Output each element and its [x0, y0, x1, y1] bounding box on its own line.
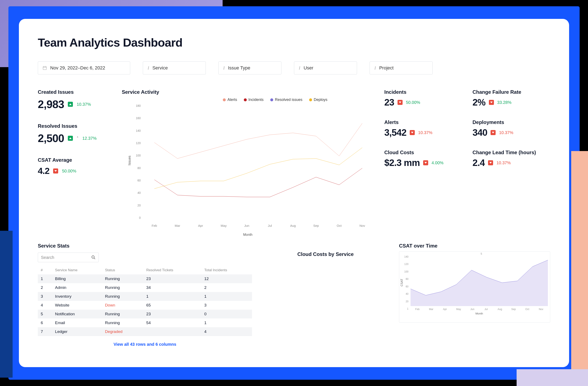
text-cursor-icon: I — [299, 66, 300, 71]
cell-name: Inventory — [52, 292, 102, 301]
text-cursor-icon: I — [375, 66, 376, 71]
kpi-label: Change Lead Time (hours) — [472, 150, 550, 155]
kpi-value: 2% — [472, 97, 485, 108]
col-n[interactable]: # — [38, 266, 52, 274]
svg-line-5 — [94, 258, 95, 259]
kpi-resolved-issues: Resolved Issues 2,500 ˄ 12.37% — [38, 123, 111, 145]
kpi-label: CSAT Average — [38, 157, 111, 163]
search-input[interactable]: Search — [38, 252, 99, 262]
cell-incidents: 3 — [201, 301, 252, 310]
cell-n: 2 — [38, 283, 52, 292]
filter-issue-type[interactable]: I Issue Type — [218, 61, 281, 75]
cell-name: Website — [52, 301, 102, 310]
cell-tickets: 23 — [144, 274, 201, 283]
cell-incidents: 0 — [201, 310, 252, 318]
table-row[interactable]: 1BillingRunning2312 — [38, 274, 252, 283]
kpi-column-left: Created Issues 2,983 10.37% Resolved Iss… — [38, 89, 111, 237]
kpi-csat-avg: CSAT Average 4.2 50.00% — [38, 157, 111, 176]
legend-label: Alerts — [228, 97, 237, 102]
view-all-link[interactable]: View all 43 rows and 6 columns — [38, 342, 252, 347]
calendar-icon — [43, 66, 47, 70]
cell-n: 3 — [38, 292, 52, 301]
table-row[interactable]: 6EmailRunning541 — [38, 318, 252, 327]
table-row[interactable]: 7LedgerDegraded4 — [38, 327, 252, 336]
kpi-value: 23 — [384, 97, 394, 108]
chart-yticks: 020406080100120140160180 — [130, 104, 141, 219]
col-tickets[interactable]: Resolved Tickets — [144, 266, 201, 274]
chart-area — [411, 256, 548, 306]
kpi-delta: 10.37% — [496, 160, 511, 165]
table-row[interactable]: 2AdminRunning342 — [38, 283, 252, 292]
kpi-value: $2.3 mm — [384, 157, 420, 168]
filter-project-label: Project — [379, 65, 394, 71]
kpi-value: 2,500 — [38, 132, 64, 145]
cell-status: Running — [102, 318, 144, 327]
filter-service[interactable]: I Service — [143, 61, 206, 75]
table-row[interactable]: 4WebsiteDown653 — [38, 301, 252, 310]
search-icon — [91, 255, 96, 259]
kpi-delta: 10.37% — [499, 130, 513, 135]
service-stats-table: # Service Name Status Resolved Tickets T… — [38, 266, 252, 336]
kpi-column-right: Change Failure Rate 2% 33.28% Deployment… — [472, 89, 550, 237]
kpi-delta: 10.37% — [77, 102, 91, 107]
kpi-delta: 4.00% — [432, 160, 443, 165]
cell-incidents: 2 — [201, 283, 252, 292]
cell-status: Down — [102, 301, 144, 310]
kpi-label: Created Issues — [38, 89, 111, 95]
search-placeholder: Search — [41, 255, 54, 260]
kpi-value: 2.4 — [472, 157, 485, 168]
legend-label: Resolved issues — [275, 97, 302, 102]
kpi-label: Resolved Issues — [38, 123, 111, 129]
legend-dot-incidents-icon — [244, 98, 247, 101]
col-incidents[interactable]: Total Incidents — [201, 266, 252, 274]
trend-down-icon — [423, 160, 428, 165]
panel-csat-over-time: CSAT over Time 5 CSAT 120406080100120140… — [399, 243, 550, 347]
cell-n: 1 — [38, 274, 52, 283]
legend-label: Deploys — [314, 97, 327, 102]
trend-down-icon — [53, 169, 58, 174]
cell-status: Running — [102, 274, 144, 283]
section-title: CSAT over Time — [399, 243, 550, 249]
cell-n: 6 — [38, 318, 52, 327]
filter-project[interactable]: I Project — [370, 61, 433, 75]
kpi-delta: 33.28% — [497, 100, 512, 105]
cell-name: Billing — [52, 274, 102, 283]
chart-xticks: FebMarAprMayJunJulAugSepOctNov — [143, 224, 374, 227]
cell-name: Ledger — [52, 327, 102, 336]
table-row[interactable]: 5NotificationRunning230 — [38, 310, 252, 318]
cell-tickets: 34 — [144, 283, 201, 292]
kpi-value: 4.2 — [38, 166, 49, 176]
cell-status: Running — [102, 310, 144, 318]
legend-dot-alerts-icon — [223, 98, 226, 101]
kpi-delta: 50.00% — [406, 100, 420, 105]
cell-tickets: 54 — [144, 318, 201, 327]
section-title: Cloud Costs by Service — [262, 251, 388, 257]
dashboard-card: Team Analytics Dashboard Nov 29, 2022–De… — [19, 19, 569, 367]
trend-down-icon — [488, 160, 493, 165]
kpi-label: Change Failure Rate — [472, 89, 550, 95]
cell-name: Admin — [52, 283, 102, 292]
cell-n: 7 — [38, 327, 52, 336]
filter-user[interactable]: I User — [294, 61, 357, 75]
kpi-value: 3,542 — [384, 127, 406, 138]
legend-dot-resolved-icon — [270, 98, 273, 101]
trend-down-icon — [398, 100, 402, 105]
trend-down-icon — [410, 130, 415, 135]
panel-cloud-costs: Cloud Costs by Service — [262, 243, 388, 347]
col-name[interactable]: Service Name — [52, 266, 102, 274]
kpi-label: Alerts — [384, 119, 462, 125]
cell-name: Notification — [52, 310, 102, 318]
cell-incidents: 12 — [201, 274, 252, 283]
legend-dot-deploys-icon — [309, 98, 312, 101]
filter-date[interactable]: Nov 29, 2022–Dec 6, 2022 — [38, 61, 130, 75]
chevron-up-icon: ˄ — [77, 136, 79, 141]
kpi-clt: Change Lead Time (hours) 2.4 10.37% — [472, 150, 550, 168]
chart-legend: Alerts Incidents Resolved issues Deploys — [176, 97, 374, 102]
trend-up-icon — [68, 136, 73, 141]
bg-decor-peach — [571, 151, 588, 380]
kpi-column-mid: Incidents 23 50.00% Alerts 3,542 10.37% … — [384, 89, 462, 237]
cell-name: Email — [52, 318, 102, 327]
col-status[interactable]: Status — [102, 266, 144, 274]
table-row[interactable]: 3InventoryRunning11 — [38, 292, 252, 301]
kpi-delta: 10.37% — [418, 130, 432, 135]
